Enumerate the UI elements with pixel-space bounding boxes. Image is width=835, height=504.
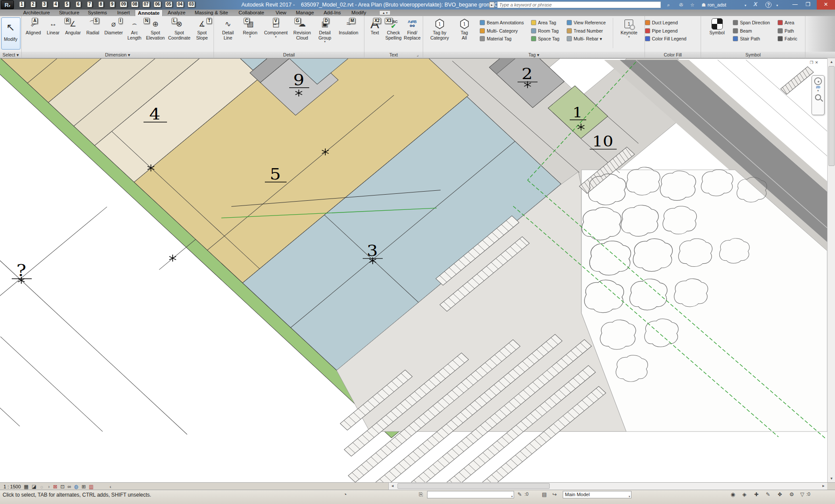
tab-annotate[interactable]: Annotate	[135, 10, 163, 16]
horizontal-scroll-thumb[interactable]	[397, 483, 550, 489]
ribbon-button-symbol[interactable]: Symbol	[709, 16, 725, 36]
tab-modify[interactable]: Modify	[346, 10, 371, 16]
qat-button-5[interactable]: ↷5	[62, 0, 72, 9]
ribbon-item-path[interactable]: Path	[778, 27, 797, 35]
app-menu-button[interactable]: R▾	[1, 0, 14, 9]
area-tag-5[interactable]: 5	[270, 165, 281, 183]
ribbon-button-keynote[interactable]: 1Keynote▾	[621, 16, 638, 38]
restore-button[interactable]: ❐	[802, 0, 814, 10]
viewbar-icon-6[interactable]: ⊡	[60, 483, 65, 490]
viewbar-icon-7[interactable]: ∞	[67, 483, 71, 490]
ribbon-item-multi-rebar[interactable]: Multi- Rebar ▾	[567, 35, 606, 43]
panel-label-select[interactable]: Select ▾	[0, 52, 22, 58]
viewbar-icon-1[interactable]: ▦	[24, 483, 29, 490]
viewbar-icon-4[interactable]: ◑	[47, 483, 50, 490]
viewbar-collapse-arrow[interactable]: ‹	[110, 483, 111, 490]
ribbon-button-detailline[interactable]: ∿DetailLine	[220, 16, 236, 40]
worksharing-icon[interactable]: ◔	[344, 491, 347, 497]
ribbon-item-tread-number[interactable]: Tread Number	[567, 27, 606, 35]
editing-requests-icon[interactable]: ✎	[518, 491, 522, 497]
tab-manage[interactable]: Manage	[291, 10, 318, 16]
ribbon-item-space-tag[interactable]: Space Tag	[531, 35, 559, 43]
ribbon-item-view-reference[interactable]: View Reference	[567, 19, 606, 27]
area-tag-4[interactable]: 4	[149, 105, 160, 123]
ribbon-button-linear[interactable]: ↔Linear	[45, 16, 61, 36]
navbar-dropdown-arrow[interactable]: ▾	[817, 89, 819, 93]
panel-label-detail[interactable]: Detail	[214, 52, 364, 58]
design-option-select[interactable]: Main Model▾	[563, 491, 631, 498]
tab-add-ins[interactable]: Add-Ins	[318, 10, 346, 16]
area-tag-2[interactable]: 2	[521, 65, 532, 83]
qat-button-07[interactable]: ▣07	[141, 0, 151, 9]
region-dropdown-arrow[interactable]: ▾	[249, 36, 251, 38]
area-tag-10[interactable]: 10	[592, 133, 613, 149]
subscription-icon[interactable]: ✇	[677, 1, 685, 8]
ribbon-item-color-fill-legend[interactable]: Color Fill Legend	[645, 35, 686, 43]
zoom-icon[interactable]	[815, 94, 821, 100]
add-to-set-icon[interactable]: ↪	[552, 491, 557, 497]
scroll-left-arrow[interactable]: ◄	[389, 483, 396, 490]
scroll-up-arrow[interactable]: ▲	[828, 58, 835, 66]
vertical-scrollbar[interactable]: ▲ ▼	[827, 58, 835, 482]
tab-insert[interactable]: Insert	[112, 10, 135, 16]
viewbar-icon-3[interactable]: ☼	[40, 483, 44, 490]
statusbar-icon-1[interactable]: ◉	[731, 491, 735, 497]
ribbon-item-area[interactable]: Area	[778, 19, 797, 27]
viewbar-icon-2[interactable]: ◪	[32, 483, 37, 490]
tab-systems[interactable]: Systems	[83, 10, 112, 16]
qat-button-8[interactable]: ◇8	[96, 0, 106, 9]
area-tag-1[interactable]: 1	[573, 105, 583, 120]
ribbon-item-multi-category[interactable]: Multi- Category	[480, 27, 524, 35]
ribbon-item-stair-path[interactable]: Stair Path	[733, 35, 770, 43]
search-icon[interactable]: ⌕	[663, 1, 674, 8]
ribbon-button-tag-bycategory[interactable]: 1Tag byCategory	[431, 16, 449, 40]
keynote-dropdown-arrow[interactable]: ▾	[628, 36, 630, 38]
infocenter-flyout-arrow[interactable]: ▸	[489, 2, 494, 8]
tab-architecture[interactable]: Architecture	[17, 10, 56, 16]
view-scale[interactable]: 1 : 1500	[3, 484, 21, 489]
panel-label-dimension[interactable]: Dimension ▾	[22, 52, 214, 58]
viewbar-icon-9[interactable]: ⊞	[82, 483, 86, 490]
qat-button-04[interactable]: ▨04	[175, 0, 185, 9]
statusbar-icon-4[interactable]: ✎	[766, 491, 770, 497]
ribbon-button-tagall[interactable]: 1TagAll	[456, 16, 473, 40]
ribbon-item-beam-annotations[interactable]: Beam Annotations	[480, 19, 524, 27]
ribbon-button-find-replace[interactable]: A⇄B⚯Find/Replace	[404, 16, 421, 40]
qat-button-3[interactable]: ▤3	[39, 0, 50, 9]
qat-button-03[interactable]: ▧03	[186, 0, 197, 9]
panel-label-text[interactable]: Text	[364, 52, 423, 58]
viewbar-icon-10[interactable]: ▥	[89, 483, 94, 490]
ribbon-item-beam[interactable]: Beam	[733, 27, 770, 35]
drawing-area[interactable]: 45932110? ❐ ✕ 2D ▾	[0, 58, 827, 482]
navigation-bar[interactable]: 2D ▾	[812, 75, 825, 115]
drawing-canvas[interactable]: 45932110?	[0, 59, 827, 483]
view-close-icon[interactable]: ✕	[815, 60, 818, 65]
ribbon-item-area-tag[interactable]: Area Tag	[531, 19, 559, 27]
exchange-apps-icon[interactable]: X	[751, 1, 760, 9]
tab-structure[interactable]: Structure	[56, 10, 83, 16]
qat-button-6[interactable]: ∟6	[73, 0, 84, 9]
ribbon-item-material-tag[interactable]: Material Tag	[480, 35, 524, 43]
statusbar-icon-6[interactable]: ⚙	[789, 491, 794, 497]
qat-button-1[interactable]: ◳1	[17, 0, 27, 9]
area-tag-3[interactable]: 3	[367, 242, 377, 259]
qat-button-09[interactable]: ◫09	[118, 0, 129, 9]
statusbar-icon-5[interactable]: ✥	[778, 491, 782, 497]
view-window-controls[interactable]: ❐ ✕	[810, 60, 826, 65]
filter-icon[interactable]: ▽	[800, 491, 804, 497]
tab-analyze[interactable]: Analyze	[163, 10, 190, 16]
qat-button-9[interactable]: A9	[107, 0, 117, 9]
qat-button-7[interactable]: ∗7	[84, 0, 95, 9]
search-input[interactable]	[497, 1, 661, 8]
design-options-icon[interactable]: ▤	[542, 491, 547, 497]
close-button[interactable]: ✕	[817, 0, 835, 10]
vertical-scroll-thumb[interactable]	[828, 66, 835, 166]
steering-wheel-icon[interactable]	[814, 77, 822, 85]
panel-label-colorfill[interactable]: Color Fill	[645, 52, 701, 58]
qat-button-08[interactable]: ▣08	[130, 0, 140, 9]
help-dropdown-arrow[interactable]: ▾	[776, 3, 778, 7]
minimize-button[interactable]: —	[789, 0, 801, 10]
qat-button-4[interactable]: ↶4	[50, 0, 61, 9]
view-restore-icon[interactable]: ❐	[810, 60, 813, 65]
ribbon-item-room-tag[interactable]: Room Tag	[531, 27, 559, 35]
